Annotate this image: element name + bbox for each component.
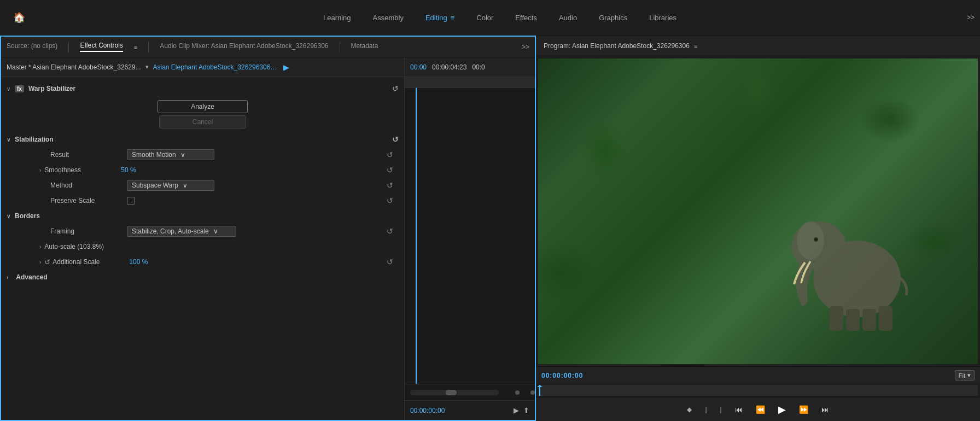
timeline-scroll <box>405 384 535 400</box>
nav-item-editing[interactable]: Editing ≡ <box>425 11 454 24</box>
effect-controls-panel: Master * Asian Elephant AdobeStock_32629… <box>1 57 405 420</box>
stabilization-collapse[interactable]: ∨ <box>7 137 10 143</box>
scroll-dot-right[interactable] <box>530 390 535 395</box>
transport-marker-in[interactable]: ◆ <box>685 404 694 416</box>
smoothness-expand[interactable]: › <box>39 167 41 173</box>
transport-skip-forward[interactable]: ⏭ <box>819 403 831 416</box>
method-reset[interactable]: ↺ <box>387 181 393 190</box>
warp-collapse-arrow[interactable]: ∨ <box>7 86 10 92</box>
play-section-icon[interactable]: ▶ <box>514 406 519 414</box>
svg-rect-6 <box>879 306 892 331</box>
transport-skip-back[interactable]: ⏮ <box>733 403 745 416</box>
advanced-header: › Advanced <box>7 270 399 285</box>
program-playhead-head <box>537 385 542 390</box>
master-clip-header: Master * Asian Elephant AdobeStock_32629… <box>1 57 404 77</box>
fit-dropdown[interactable]: Fit ▾ <box>955 370 975 381</box>
timeline-footer: 00:00:00:00 ▶ ⬆ <box>405 400 535 420</box>
timeline-scrollbar[interactable] <box>410 390 499 395</box>
top-nav: 🏠 Learning Assembly Editing ≡ Color Effe… <box>0 0 980 36</box>
nav-more-icon[interactable]: >> <box>967 14 975 21</box>
nav-right: >> <box>967 14 975 21</box>
fx-label: fx <box>15 85 24 92</box>
framing-row: Framing Stabilize, Crop, Auto-scale ∨ ↺ <box>7 224 399 239</box>
smoothness-value[interactable]: 50 % <box>121 166 136 174</box>
main-area: Source: (no clips) Effect Controls ≡ Aud… <box>0 36 980 421</box>
smoothness-reset[interactable]: ↺ <box>387 166 393 174</box>
advanced-label: Advanced <box>16 273 47 281</box>
preserve-scale-reset[interactable]: ↺ <box>387 196 393 205</box>
panel-more-icon[interactable]: >> <box>522 43 529 51</box>
auto-scale-label: Auto-scale (103.8%) <box>44 243 121 250</box>
nav-item-audio[interactable]: Audio <box>559 11 577 24</box>
elephant-video-frame <box>538 59 978 364</box>
timeline-track[interactable] <box>405 88 535 384</box>
master-clip-dropdown[interactable]: ▾ <box>145 63 149 71</box>
clip-name: Asian Elephant AdobeStock_326296306 *... <box>153 63 279 71</box>
tab-audio-mixer[interactable]: Audio Clip Mixer: Asian Elephant AdobeSt… <box>160 42 328 51</box>
transport-play[interactable]: ▶ <box>776 401 788 418</box>
additional-scale-expand[interactable]: › <box>39 259 41 265</box>
export-icon[interactable]: ⬆ <box>523 406 529 414</box>
preserve-scale-checkbox[interactable] <box>127 197 135 204</box>
home-button[interactable]: 🏠 <box>5 0 33 36</box>
tab-divider-2 <box>148 42 149 52</box>
transport-edit-marker-2[interactable]: | <box>718 404 724 416</box>
advanced-expand[interactable]: › <box>7 274 8 280</box>
result-label: Result <box>50 151 127 159</box>
framing-reset[interactable]: ↺ <box>387 227 393 236</box>
tab-metadata[interactable]: Metadata <box>351 42 378 51</box>
nav-item-graphics[interactable]: Graphics <box>599 11 627 24</box>
stabilization-reset[interactable]: ↺ <box>392 135 399 144</box>
tab-source[interactable]: Source: (no clips) <box>7 42 57 51</box>
left-panel: Source: (no clips) Effect Controls ≡ Aud… <box>0 36 536 421</box>
stabilization-group: ∨ Stabilization ↺ Result Smooth Motion ∨… <box>1 132 404 208</box>
transport-step-back[interactable]: ⏪ <box>754 403 767 416</box>
tab-divider-1 <box>68 42 69 52</box>
nav-item-assembly[interactable]: Assembly <box>373 11 404 24</box>
timeline-timecode-bottom: 00:00:00:00 <box>410 407 445 414</box>
program-timeline-bar[interactable] <box>538 385 978 396</box>
fit-dropdown-icon: ▾ <box>967 372 971 379</box>
editing-menu-icon[interactable]: ≡ <box>451 14 455 22</box>
borders-group: ∨ Borders Framing Stabilize, Crop, Auto-… <box>1 208 404 270</box>
master-clip-title: Master * Asian Elephant AdobeStock_32629… <box>7 63 141 71</box>
borders-label: Borders <box>15 212 40 220</box>
analyze-button[interactable]: Analyze <box>158 100 248 113</box>
tab-effect-controls[interactable]: Effect Controls <box>80 42 122 52</box>
preserve-scale-label: Preserve Scale <box>50 197 127 204</box>
scroll-dot-left[interactable] <box>515 390 520 395</box>
tab-divider-3 <box>340 42 340 52</box>
borders-collapse[interactable]: ∨ <box>7 213 10 219</box>
tab-effect-menu-icon[interactable]: ≡ <box>134 44 137 50</box>
effect-content: Master * Asian Elephant AdobeStock_32629… <box>1 57 535 420</box>
transport-edit-marker-1[interactable]: | <box>703 404 709 416</box>
method-row: Method Subspace Warp ∨ ↺ <box>7 178 399 193</box>
auto-scale-expand[interactable]: › <box>39 244 41 250</box>
nav-item-libraries[interactable]: Libraries <box>649 11 676 24</box>
timeline-timecode-duration: 00:00:04:23 <box>432 63 466 71</box>
cancel-button[interactable]: Cancel <box>159 115 246 128</box>
additional-scale-label: Additional Scale <box>52 258 129 266</box>
additional-scale-reset[interactable]: ↺ <box>387 258 393 266</box>
result-value: Smooth Motion <box>132 151 176 159</box>
preserve-scale-row: Preserve Scale ↺ <box>7 193 399 208</box>
program-playhead-line <box>539 385 540 396</box>
elephant-silhouette <box>791 191 912 334</box>
warp-stabilizer-header: ∨ fx Warp Stabilizer ↺ <box>1 80 404 97</box>
framing-dropdown[interactable]: Stabilize, Crop, Auto-scale ∨ <box>127 226 236 237</box>
program-timecode: 00:00:00:00 <box>541 372 583 379</box>
nav-item-learning[interactable]: Learning <box>323 11 351 24</box>
transport-step-forward[interactable]: ⏩ <box>797 403 810 416</box>
additional-scale-value[interactable]: 100 % <box>129 258 148 266</box>
borders-header: ∨ Borders <box>7 208 399 224</box>
result-dropdown[interactable]: Smooth Motion ∨ <box>127 149 214 160</box>
clip-play-btn[interactable]: ▶ <box>283 63 289 72</box>
timeline-header: 00:00 00:00:04:23 00:0 <box>405 57 535 77</box>
program-monitor-menu[interactable]: ≡ <box>694 43 697 49</box>
nav-item-color[interactable]: Color <box>476 11 493 24</box>
result-reset[interactable]: ↺ <box>387 150 393 159</box>
effect-reset-icon[interactable]: ↺ <box>392 84 399 93</box>
method-dropdown[interactable]: Subspace Warp ∨ <box>127 180 214 191</box>
nav-item-effects[interactable]: Effects <box>515 11 537 24</box>
panel-tabs: Source: (no clips) Effect Controls ≡ Aud… <box>1 37 535 57</box>
